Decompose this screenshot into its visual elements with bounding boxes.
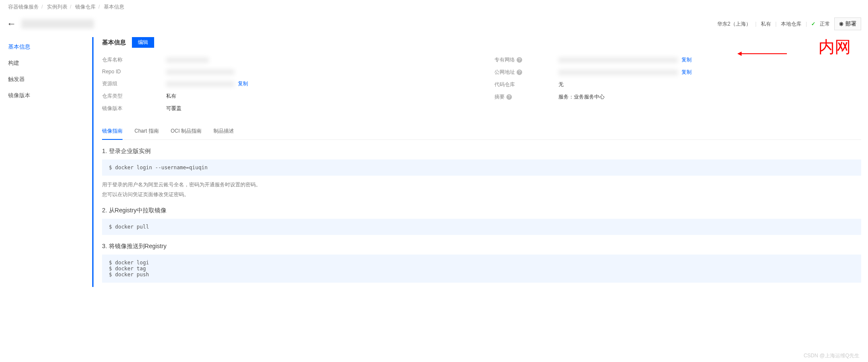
sidebar: 基本信息 构建 触发器 镜像版本 xyxy=(7,37,92,287)
check-icon: ✓ xyxy=(811,21,815,27)
status-label: 正常 xyxy=(820,20,830,28)
copy-link-public[interactable]: 复制 xyxy=(681,69,692,75)
copy-link-vpc[interactable]: 复制 xyxy=(681,57,692,63)
crumb: 基本信息 xyxy=(104,4,124,10)
breadcrumb: 容器镜像服务/ 实例列表/ 镜像仓库/ 基本信息 xyxy=(0,0,868,14)
content: 基本信息 编辑 仓库名称 Repo ID 资源组复制 仓库类型私有 镜像版本可覆… xyxy=(92,37,861,287)
value-repo-type: 私有 xyxy=(166,93,469,100)
copy-link[interactable]: 复制 xyxy=(238,81,248,87)
deploy-button[interactable]: ❋部署 xyxy=(834,17,861,30)
value-redacted xyxy=(558,70,678,75)
header-meta: 华东2（上海）| 私有| 本地仓库| ✓ 正常 ❋部署 xyxy=(717,17,861,30)
label-vpc: 专有网络? xyxy=(494,56,558,64)
crumb[interactable]: 容器镜像服务 xyxy=(8,4,39,10)
help-icon[interactable]: ? xyxy=(517,57,522,63)
tab-artifact-desc[interactable]: 制品描述 xyxy=(213,123,234,139)
value-image-version: 可覆盖 xyxy=(166,105,469,112)
crumb[interactable]: 镜像仓库 xyxy=(75,4,96,10)
value-redacted xyxy=(166,57,209,63)
label-repo-id: Repo ID xyxy=(102,69,166,75)
help-icon[interactable]: ? xyxy=(517,70,522,75)
back-arrow-icon[interactable]: ← xyxy=(7,18,16,29)
guide-heading-2: 2. 从Registry中拉取镜像 xyxy=(102,207,861,214)
crumb[interactable]: 实例列表 xyxy=(47,4,67,10)
guide-content: 1. 登录企业版实例 $ docker login --username=qiu… xyxy=(102,148,861,283)
sidebar-item-basic[interactable]: 基本信息 xyxy=(8,39,92,55)
value-summary: 服务：业务服务中心 xyxy=(558,93,861,101)
page-header: ← 华东2（上海）| 私有| 本地仓库| ✓ 正常 ❋部署 xyxy=(0,14,868,37)
label-summary: 摘要? xyxy=(494,93,558,101)
guide-heading-3: 3. 将镜像推送到Registry xyxy=(102,243,861,250)
tab-oci-guide[interactable]: OCI 制品指南 xyxy=(171,123,202,139)
region-label: 华东2（上海） xyxy=(717,20,751,28)
repo-loc-label: 本地仓库 xyxy=(781,20,801,28)
access-label: 私有 xyxy=(761,20,771,28)
help-icon[interactable]: ? xyxy=(506,94,512,100)
code-block-pull[interactable]: $ docker pull xyxy=(102,219,861,235)
code-block-push[interactable]: $ docker logi $ docker tag $ docker push xyxy=(102,255,861,283)
label-code-repo: 代码仓库 xyxy=(494,81,558,88)
sidebar-item-build[interactable]: 构建 xyxy=(8,55,92,71)
value-redacted xyxy=(166,69,234,75)
value-redacted xyxy=(558,57,678,63)
sidebar-item-trigger[interactable]: 触发器 xyxy=(8,71,92,87)
label-repo-type: 仓库类型 xyxy=(102,93,166,100)
label-public: 公网地址? xyxy=(494,69,558,76)
value-redacted xyxy=(166,81,234,87)
edit-button[interactable]: 编辑 xyxy=(132,37,154,48)
tabs: 镜像指南 Chart 指南 OCI 制品指南 制品描述 xyxy=(102,123,861,140)
tab-image-guide[interactable]: 镜像指南 xyxy=(102,123,123,140)
guide-note: 用于登录的用户名为阿里云账号全名，密码为开通服务时设置的密码。 xyxy=(102,180,861,190)
guide-note: 您可以在访问凭证页面修改凭证密码。 xyxy=(102,190,861,200)
value-code-repo: 无 xyxy=(558,81,861,88)
section-title: 基本信息 xyxy=(102,39,126,46)
repo-title-redacted xyxy=(21,19,94,29)
deploy-icon: ❋ xyxy=(839,21,844,27)
tab-chart-guide[interactable]: Chart 指南 xyxy=(134,123,159,139)
guide-heading-1: 1. 登录企业版实例 xyxy=(102,148,861,155)
label-image-version: 镜像版本 xyxy=(102,105,166,112)
code-block-login[interactable]: $ docker login --username=qiuqin xyxy=(102,159,861,176)
label-resource-group: 资源组 xyxy=(102,80,166,87)
label-repo-name: 仓库名称 xyxy=(102,56,166,64)
sidebar-item-version[interactable]: 镜像版本 xyxy=(8,87,92,104)
